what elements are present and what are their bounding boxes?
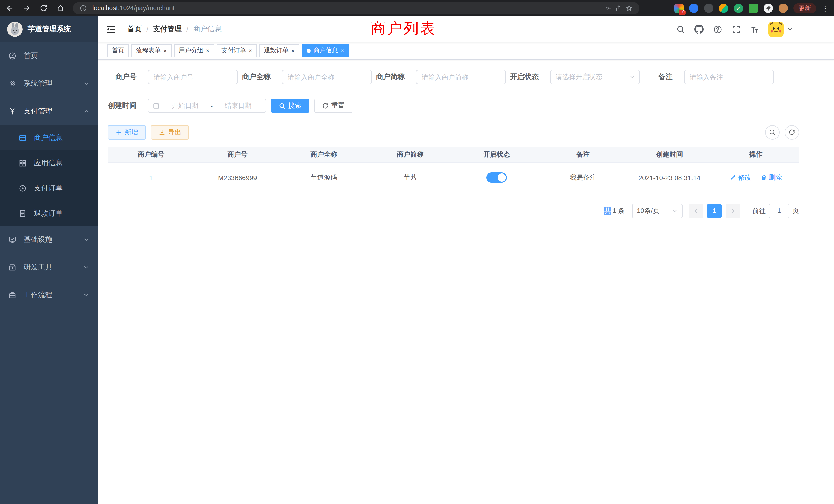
status-toggle[interactable] [486,173,507,183]
browser-forward-icon[interactable] [22,4,31,13]
header-search-icon[interactable] [676,25,685,34]
plus-icon [115,129,122,136]
search-button[interactable]: 搜索 [271,98,309,113]
user-avatar-menu[interactable] [768,22,793,37]
close-icon[interactable]: × [291,47,295,54]
col-merchant-id: 商户编号 [108,147,194,162]
cell-merchant-id: 1 [108,162,194,193]
status-select[interactable]: 请选择开启状态 [550,70,640,84]
sidebar-item-label: 基础设施 [24,235,52,244]
full-name-input[interactable] [282,70,372,84]
chevron-down-icon [83,236,89,243]
tab-pay-order[interactable]: 支付订单× [217,44,257,57]
tab-label: 退款订单 [264,46,289,55]
page-size-select[interactable]: 10条/页 [632,204,682,218]
sidebar-menu: 首页 系统管理 支付管理 商户信息 [0,42,97,309]
chevron-right-icon [730,208,736,214]
create-time-range-picker[interactable]: 开始日期 - 结束日期 [148,98,266,113]
goto-page-input[interactable] [769,204,789,218]
merchant-no-input[interactable] [148,70,238,84]
bank-card-icon [19,134,27,142]
edit-button[interactable]: 修改 [730,173,751,182]
sidebar-submenu-payment: 商户信息 应用信息 支付订单 退款订单 [0,125,97,226]
tab-refund-order[interactable]: 退款订单× [259,44,300,57]
github-icon[interactable] [694,25,704,34]
close-icon[interactable]: × [163,47,167,54]
help-icon[interactable] [713,25,722,34]
sidebar-item-app-info[interactable]: 应用信息 [0,151,97,176]
page-1-button[interactable]: 1 [707,204,722,218]
delete-button[interactable]: 删除 [760,173,782,182]
font-size-icon[interactable] [750,25,759,34]
site-info-icon[interactable] [79,4,87,12]
annotation-merchant-list: 商户列表 [371,19,437,39]
next-page-button[interactable] [726,204,740,218]
col-actions: 操作 [713,147,799,162]
tab-process-form[interactable]: 流程表单× [131,44,172,57]
sidebar-item-pay-order[interactable]: 支付订单 [0,176,97,201]
close-icon[interactable]: × [248,47,252,54]
sidebar-item-workflow[interactable]: 工作流程 [0,281,97,309]
bookmark-star-icon[interactable] [625,4,633,12]
app-logo[interactable]: 芋道管理系统 [0,17,97,42]
browser-menu-icon[interactable]: ⋮ [822,4,829,12]
sidebar-item-infrastructure[interactable]: 基础设施 [0,226,97,254]
date-start-placeholder: 开始日期 [162,101,208,110]
browser-address-bar[interactable]: localhost:1024/pay/merchant [73,2,639,14]
short-name-label: 商户简称 [376,72,405,82]
export-button[interactable]: 导出 [151,125,189,140]
extensions-pin-icon[interactable] [764,4,773,13]
filter-full-name: 商户全称 [242,70,372,84]
sidebar-item-dev-tools[interactable]: 研发工具 [0,254,97,281]
toggle-search-button[interactable] [765,125,780,140]
reset-button[interactable]: 重置 [314,98,352,113]
tab-merchant-info[interactable]: 商户信息× [302,44,349,57]
extension-dark-icon[interactable] [704,4,713,13]
sidebar-item-home[interactable]: 首页 [0,42,97,70]
sidebar-item-merchant-info[interactable]: 商户信息 [0,125,97,151]
breadcrumb-home[interactable]: 首页 [127,25,142,34]
cell-status [454,162,540,193]
caret-down-icon [787,26,793,32]
filter-short-name: 商户简称 [376,70,506,84]
merchant-no-label: 商户号 [108,72,137,82]
tab-user-group[interactable]: 用户分组× [174,44,214,57]
sidebar-item-label: 退款订单 [34,209,63,218]
page-url: localhost:1024/pay/merchant [92,5,175,12]
browser-profile-avatar[interactable] [778,4,788,13]
refresh-table-button[interactable] [785,125,799,140]
col-full-name: 商户全称 [281,147,367,162]
extension-green-check-icon[interactable]: ✓ [734,4,743,13]
add-button[interactable]: 新增 [108,125,146,140]
remark-input[interactable] [684,70,774,84]
browser-back-icon[interactable] [5,4,14,13]
extension-green-square-icon[interactable] [749,4,758,13]
browser-update-button[interactable]: 更新 [793,3,816,13]
refresh-icon [322,102,329,109]
reset-button-label: 重置 [331,101,345,110]
gear-icon [8,79,17,88]
breadcrumb-payment[interactable]: 支付管理 [153,25,182,34]
extension-badge: 10 [679,10,686,15]
browser-home-icon[interactable] [56,4,65,13]
extension-blue-icon[interactable] [689,4,698,13]
extension-colorful-icon[interactable]: 10 [674,4,683,13]
extension-duotone-icon[interactable] [719,4,728,13]
share-icon[interactable] [615,4,623,12]
filter-remark: 备注 [658,70,774,84]
sidebar-item-label: 支付管理 [24,107,52,116]
fullscreen-icon[interactable] [731,25,741,34]
tab-home[interactable]: 首页 [107,44,129,57]
sidebar-item-system[interactable]: 系统管理 [0,70,97,97]
sidebar-item-label: 商户信息 [34,133,63,142]
sidebar-item-refund-order[interactable]: 退款订单 [0,201,97,226]
sidebar-item-payment[interactable]: 支付管理 [0,97,97,125]
password-key-icon[interactable] [605,4,613,12]
prev-page-button[interactable] [689,204,703,218]
close-icon[interactable]: × [341,47,344,54]
sidebar-fold-icon[interactable] [106,24,116,35]
short-name-input[interactable] [416,70,506,84]
close-icon[interactable]: × [206,47,210,54]
browser-reload-icon[interactable] [39,4,48,13]
url-host: localhost [92,5,118,12]
